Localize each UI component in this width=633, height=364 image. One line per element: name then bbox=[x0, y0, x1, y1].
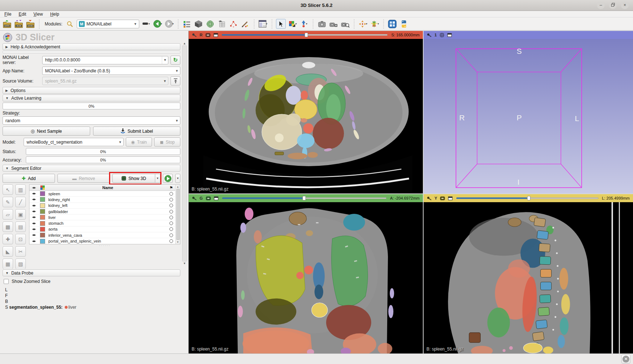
segment-color-swatch[interactable] bbox=[40, 203, 45, 208]
coronal-slice-view[interactable]: B: spleen_55.nii.gz bbox=[189, 202, 423, 353]
green-slice-controller[interactable]: G A: -204.6972mm bbox=[189, 194, 423, 202]
yellow-slice-slider[interactable] bbox=[456, 196, 598, 200]
save-data-button[interactable]: SAVE bbox=[25, 19, 35, 29]
mouse-interaction-button[interactable] bbox=[276, 19, 286, 29]
menu-help[interactable]: Help bbox=[50, 12, 59, 17]
visibility-toggle[interactable] bbox=[29, 198, 38, 201]
center-view-icon[interactable] bbox=[440, 33, 444, 37]
segment-color-swatch[interactable] bbox=[40, 209, 45, 214]
effect-level-tracing-button[interactable]: ▣ bbox=[15, 209, 26, 220]
effect-draw-button[interactable]: ╱ bbox=[15, 197, 26, 207]
data-probe-section[interactable]: ▼ Data Probe bbox=[3, 269, 180, 276]
slider-handle[interactable] bbox=[305, 33, 308, 37]
screenshot-button[interactable] bbox=[317, 19, 327, 29]
show-3d-button[interactable]: Show 3D bbox=[112, 174, 155, 183]
visibility-toggle[interactable] bbox=[29, 233, 38, 237]
status-close-button[interactable]: × bbox=[621, 355, 630, 364]
segment-color-swatch[interactable] bbox=[40, 221, 45, 226]
visibility-toggle[interactable] bbox=[29, 216, 38, 219]
show-3d-dropdown[interactable]: ▼ bbox=[155, 174, 160, 183]
effect-erase-button[interactable]: ▱ bbox=[3, 209, 13, 220]
segment-color-swatch[interactable] bbox=[40, 215, 45, 220]
options-section[interactable]: ▶ Options bbox=[3, 87, 180, 94]
load-data-button[interactable]: DATA bbox=[2, 19, 12, 29]
segment-table-scrollbar[interactable]: ▲ ▼ bbox=[175, 185, 180, 244]
restore-button[interactable] bbox=[609, 1, 617, 9]
transforms-button[interactable] bbox=[217, 19, 227, 29]
scene-view-restore-button[interactable] bbox=[340, 19, 350, 29]
segment-row-portal-vein[interactable]: portal_vein_and_splenic_vein bbox=[29, 238, 175, 244]
add-segment-button[interactable]: ✚ Add bbox=[3, 174, 55, 183]
pin-icon[interactable] bbox=[192, 33, 197, 37]
show-zoomed-slice-checkbox[interactable] bbox=[4, 279, 9, 284]
server-refresh-button[interactable]: ↻ bbox=[171, 56, 180, 65]
surface-models-button[interactable] bbox=[205, 19, 215, 29]
segment-name[interactable]: liver bbox=[47, 215, 167, 220]
segment-color-swatch[interactable] bbox=[40, 191, 45, 196]
segment-row-gallbladder[interactable]: gallbladder bbox=[29, 209, 175, 215]
segment-row-stomach[interactable]: stomach bbox=[29, 220, 175, 226]
python-console-button[interactable] bbox=[399, 19, 409, 29]
scroll-up-icon[interactable]: ▲ bbox=[183, 42, 186, 45]
effect-scissors-button[interactable]: ✂ bbox=[15, 246, 26, 257]
segment-table[interactable]: Name ⚑ spleen kidney_right bbox=[29, 184, 180, 244]
sagittal-slice-view[interactable]: B: spleen_55.nii.gz bbox=[424, 202, 633, 353]
module-history-back-button[interactable]: ▾ bbox=[153, 19, 163, 29]
segment-row-spleen[interactable]: spleen bbox=[29, 191, 175, 197]
red-slice-controller[interactable]: R S: 165.0000mm bbox=[189, 31, 423, 39]
slice-visibility-icon[interactable] bbox=[205, 33, 211, 37]
scroll-down-icon[interactable]: ▼ bbox=[183, 262, 186, 265]
menu-edit[interactable]: Edit bbox=[19, 12, 26, 17]
extensions-manager-button[interactable] bbox=[388, 19, 397, 29]
minimize-button[interactable]: – bbox=[597, 1, 605, 9]
effect-paint-button[interactable]: ✎ bbox=[3, 197, 13, 207]
segment-editor-section[interactable]: ▼ Segment Editor bbox=[3, 165, 180, 172]
red-slice-slider[interactable] bbox=[222, 33, 388, 37]
active-learning-section[interactable]: ▼ Active Learning bbox=[3, 95, 180, 101]
pin-icon[interactable] bbox=[427, 196, 432, 200]
visibility-toggle[interactable] bbox=[29, 222, 38, 225]
segment-name[interactable]: inferior_vena_cava bbox=[47, 233, 167, 237]
module-history-forward-button[interactable]: ▾ bbox=[164, 19, 174, 29]
threed-view-controller[interactable]: 1 bbox=[424, 31, 633, 39]
segment-row-aorta[interactable]: aorta bbox=[29, 227, 175, 232]
submit-label-button[interactable]: Submit Label bbox=[93, 127, 181, 136]
place-point-button[interactable]: ▾ bbox=[299, 19, 309, 29]
visibility-toggle[interactable] bbox=[29, 210, 38, 213]
stop-button[interactable]: ◼Stop bbox=[154, 137, 180, 147]
scrollbar-thumb[interactable] bbox=[176, 189, 180, 240]
slice-layout-icon[interactable] bbox=[214, 196, 219, 200]
scene-view-capture-button[interactable] bbox=[329, 19, 338, 29]
segment-status-ring[interactable] bbox=[169, 216, 173, 219]
crosshair-button[interactable]: ▾ bbox=[358, 19, 368, 29]
effect-logical-operators-button[interactable]: ▧ bbox=[15, 259, 26, 269]
effect-cursor-button[interactable]: ↖ bbox=[3, 184, 13, 195]
segment-color-swatch[interactable] bbox=[40, 233, 45, 237]
axial-slice-view[interactable]: B: spleen_55.nii.gz bbox=[189, 39, 423, 193]
extensions-wizard-button[interactable]: ▾ bbox=[370, 19, 380, 29]
server-combobox[interactable]: http://0.0.0.0:8000 ▼ bbox=[42, 56, 168, 64]
segment-color-swatch[interactable] bbox=[40, 227, 45, 232]
window-level-button[interactable]: ▾ bbox=[288, 19, 297, 29]
yellow-slice-controller[interactable]: Y L: 205.4999mm bbox=[424, 194, 633, 202]
close-button[interactable]: × bbox=[621, 1, 629, 9]
module-search-button[interactable] bbox=[65, 19, 75, 29]
slice-visibility-icon[interactable] bbox=[206, 196, 211, 200]
slice-layout-icon[interactable] bbox=[213, 33, 218, 37]
app-name-combobox[interactable]: MONAILabel - Zoo/Bundle (0.8.5) ▼ bbox=[42, 67, 180, 75]
segment-row-inferior-vena-cava[interactable]: inferior_vena_cava bbox=[29, 232, 175, 238]
segment-status-ring[interactable] bbox=[169, 239, 173, 243]
remove-segment-button[interactable]: ▬ Remove bbox=[57, 174, 110, 183]
segment-name[interactable]: portal_vein_and_splenic_vein bbox=[47, 239, 167, 243]
visibility-toggle[interactable] bbox=[29, 204, 38, 207]
segment-name[interactable]: kidney_right bbox=[47, 197, 167, 202]
scroll-up-icon[interactable]: ▲ bbox=[177, 185, 179, 188]
slider-handle[interactable] bbox=[303, 196, 306, 200]
effect-hollow-button[interactable]: ⊡ bbox=[15, 234, 26, 244]
strategy-combobox[interactable]: random ▼ bbox=[3, 116, 180, 125]
view-layout-icon[interactable] bbox=[447, 33, 452, 37]
scrollbar-track[interactable] bbox=[182, 45, 187, 261]
effect-margin-button[interactable]: ✚ bbox=[3, 234, 13, 244]
visibility-toggle[interactable] bbox=[29, 240, 38, 243]
scroll-down-icon[interactable]: ▼ bbox=[177, 241, 179, 243]
